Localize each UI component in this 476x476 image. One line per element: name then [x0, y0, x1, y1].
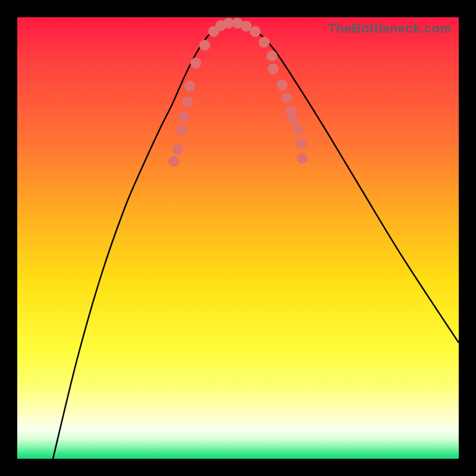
data-point — [268, 64, 278, 74]
data-point — [296, 138, 306, 149]
data-point — [173, 144, 183, 155]
chart-frame: TheBottleneck.com — [17, 17, 459, 459]
data-point — [267, 51, 277, 61]
data-point — [199, 40, 210, 51]
scatter-points — [168, 18, 308, 167]
bottleneck-curve — [53, 23, 459, 459]
data-point — [184, 81, 195, 92]
data-point — [168, 156, 179, 167]
data-point — [176, 125, 187, 136]
data-point — [178, 111, 189, 122]
data-point — [281, 93, 292, 104]
data-point — [250, 26, 261, 37]
data-point — [182, 96, 193, 107]
data-point — [287, 113, 298, 124]
chart-svg — [17, 17, 459, 459]
data-point — [297, 153, 308, 164]
data-point — [190, 58, 201, 68]
data-point — [259, 37, 270, 48]
data-point — [292, 124, 303, 135]
data-point — [277, 80, 287, 90]
